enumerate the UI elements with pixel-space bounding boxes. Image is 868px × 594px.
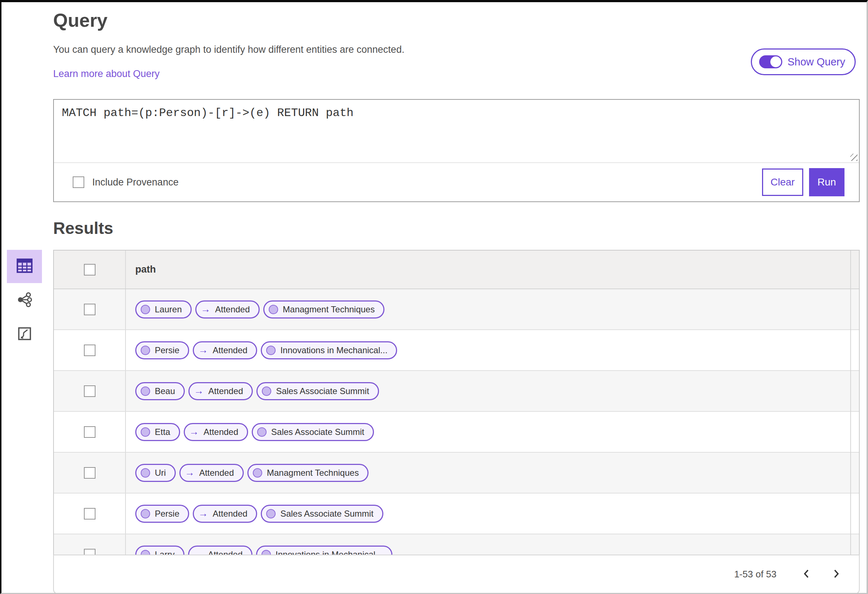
table-row: Persie→AttendedSales Associate Summit — [54, 494, 859, 534]
edge-pill[interactable]: →Attended — [193, 341, 257, 360]
pill-label: Attended — [215, 304, 250, 314]
resize-grip-icon[interactable] — [850, 154, 858, 161]
query-toolbar: Include Provenance Clear Run — [54, 163, 859, 201]
node-circle-icon — [141, 509, 150, 519]
pill-label: Innovations in Mechanical... — [280, 345, 387, 355]
pill-label: Managment Techniques — [283, 304, 375, 314]
node-circle-icon — [266, 346, 276, 355]
pill-label: Persie — [155, 509, 179, 519]
query-description: You can query a knowledge graph to ident… — [53, 44, 404, 55]
node-pill[interactable]: Uri — [135, 464, 176, 482]
node-pill[interactable]: Sales Associate Summit — [261, 505, 383, 523]
node-circle-icon — [253, 468, 262, 478]
node-pill[interactable]: Sales Associate Summit — [257, 382, 379, 400]
table-row: Uri→AttendedManagment Techniques — [54, 453, 859, 494]
node-circle-icon — [262, 386, 271, 396]
edge-pill[interactable]: →Attended — [184, 423, 248, 441]
arrow-right-icon: → — [198, 345, 208, 355]
learn-more-link[interactable]: Learn more about Query — [53, 68, 159, 80]
query-panel: MATCH path=(p:Person)-[r]->(e) RETURN pa… — [53, 99, 860, 202]
pill-label: Attended — [204, 427, 238, 437]
edge-pill[interactable]: →Attended — [188, 545, 252, 555]
node-pill[interactable]: Beau — [135, 382, 185, 400]
arrow-right-icon: → — [189, 427, 199, 437]
pagination-bar: 1-53 of 53 — [53, 554, 860, 594]
node-circle-icon — [261, 550, 271, 555]
row-checkbox[interactable] — [84, 385, 96, 397]
arrow-right-icon: → — [198, 509, 208, 519]
edge-pill[interactable]: →Attended — [189, 382, 253, 400]
toggle-on-icon[interactable] — [759, 55, 782, 68]
pill-label: Lauren — [155, 304, 182, 314]
pill-label: Attended — [213, 345, 247, 355]
edge-pill[interactable]: →Attended — [195, 301, 260, 318]
chevron-left-icon — [803, 568, 810, 580]
table-view-icon — [16, 258, 33, 275]
column-header-path: path — [135, 264, 156, 275]
pill-label: Innovations in Mechanical... — [276, 550, 382, 555]
query-page: Query You can query a knowledge graph to… — [1, 2, 867, 593]
arrow-right-icon: → — [194, 386, 204, 396]
node-pill[interactable]: Lauren — [135, 301, 192, 318]
pill-label: Sales Associate Summit — [271, 427, 364, 437]
node-circle-icon — [269, 305, 278, 314]
row-checkbox[interactable] — [84, 467, 96, 479]
node-circle-icon — [141, 305, 150, 314]
node-pill[interactable]: Persie — [135, 341, 189, 360]
arrow-right-icon: → — [201, 304, 211, 314]
node-circle-icon — [141, 427, 150, 437]
show-query-label: Show Query — [787, 56, 845, 68]
pill-label: Attended — [213, 509, 247, 519]
query-code-input[interactable]: MATCH path=(p:Person)-[r]->(e) RETURN pa… — [54, 100, 859, 163]
row-checkbox[interactable] — [84, 426, 96, 438]
clear-button[interactable]: Clear — [762, 168, 803, 196]
include-provenance-checkbox[interactable] — [73, 177, 84, 188]
node-pill[interactable]: Innovations in Mechanical... — [256, 545, 393, 555]
node-circle-icon — [266, 509, 276, 519]
include-provenance-label: Include Provenance — [92, 177, 179, 188]
node-circle-icon — [141, 346, 150, 355]
node-pill[interactable]: Persie — [135, 505, 189, 523]
node-circle-icon — [141, 468, 150, 478]
row-checkbox[interactable] — [84, 345, 96, 356]
table-row: Etta→AttendedSales Associate Summit — [54, 412, 859, 453]
toggle-knob — [771, 56, 781, 67]
next-page-button[interactable] — [832, 568, 840, 580]
results-view-rail — [1, 250, 50, 351]
table-header-row: path — [54, 251, 859, 289]
table-row: Lauren→AttendedManagment Techniques — [54, 289, 859, 330]
node-circle-icon — [141, 386, 150, 396]
graph-view-icon — [17, 292, 32, 309]
previous-page-button[interactable] — [803, 568, 810, 580]
scrollbar-gutter — [850, 251, 851, 554]
pill-label: Persie — [155, 345, 179, 355]
run-button[interactable]: Run — [809, 168, 844, 196]
show-query-toggle[interactable]: Show Query — [751, 49, 856, 75]
table-row: Persie→AttendedInnovations in Mechanical… — [54, 330, 859, 371]
node-pill[interactable]: Managment Techniques — [247, 464, 369, 482]
results-section-title: Results — [53, 218, 113, 238]
page-range-label: 1-53 of 53 — [734, 569, 776, 580]
table-row: Beau→AttendedSales Associate Summit — [54, 371, 859, 412]
row-checkbox[interactable] — [84, 304, 96, 315]
node-circle-icon — [257, 427, 267, 437]
pill-label: Beau — [155, 386, 175, 396]
graph-view-button[interactable] — [7, 284, 42, 317]
row-checkbox[interactable] — [84, 549, 96, 555]
node-pill[interactable]: Innovations in Mechanical... — [261, 341, 397, 360]
select-all-checkbox[interactable] — [84, 264, 96, 276]
edge-pill[interactable]: →Attended — [193, 505, 257, 523]
row-checkbox[interactable] — [84, 508, 96, 520]
node-circle-icon — [141, 550, 150, 555]
node-pill[interactable]: Sales Associate Summit — [252, 423, 374, 441]
chart-view-button[interactable] — [7, 318, 42, 351]
node-pill[interactable]: Etta — [135, 423, 180, 441]
node-pill[interactable]: Larry — [135, 545, 185, 555]
table-body: Lauren→AttendedManagment Techniques Pers… — [54, 289, 859, 554]
chevron-right-icon — [832, 568, 840, 580]
node-pill[interactable]: Managment Techniques — [263, 301, 384, 318]
query-section-title: Query — [53, 9, 108, 31]
pill-label: Uri — [155, 468, 166, 478]
edge-pill[interactable]: →Attended — [179, 464, 244, 482]
table-view-button[interactable] — [7, 250, 42, 283]
